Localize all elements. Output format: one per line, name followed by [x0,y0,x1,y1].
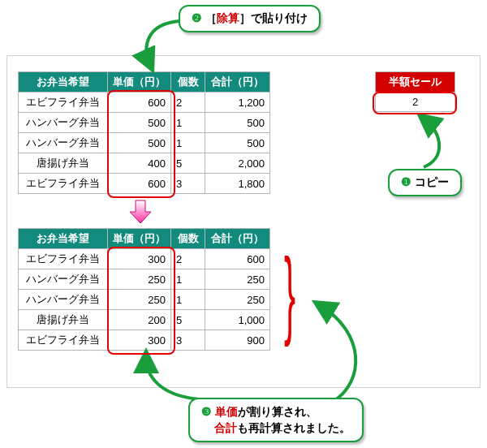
table-row: エビフライ弁当60021,200 [19,93,270,113]
callout-paste-divide: ❷ ［除算］で貼り付け [179,5,321,32]
callout-copy: ❶ コピー [388,169,462,196]
th-qty: 個数 [171,72,205,93]
sale-value[interactable]: 2 [376,93,455,112]
pink-down-arrow-icon [128,199,153,228]
table-after: お弁当希望 単価（円） 個数 合計（円） エビフライ弁当3002600 ハンバー… [18,228,270,351]
th-name: お弁当希望 [19,229,108,249]
table-row: エビフライ弁当3002600 [19,249,270,269]
callout-num: ❸ [201,405,212,418]
table-row: ハンバーグ弁当5001500 [19,133,270,153]
callout-num: ❷ [192,11,202,24]
callout-divide-word: 除算 [217,11,239,24]
th-total: 合計（円） [205,72,270,93]
callout-result: ❸ 単価が割り算され、 合計も再計算されました。 [188,398,364,442]
sale-header: 半額セール [376,72,455,93]
table-row: エビフライ弁当3003900 [19,330,270,351]
table-row: ハンバーグ弁当5001500 [19,113,270,133]
th-price: 単価（円） [108,229,171,249]
sale-box: 半額セール 2 [375,71,455,112]
th-total: 合計（円） [205,229,270,249]
th-qty: 個数 [171,229,205,249]
table-before: お弁当希望 単価（円） 個数 合計（円） エビフライ弁当60021,200 ハン… [18,71,270,194]
th-name: お弁当希望 [19,72,108,93]
table-row: エビフライ弁当60031,800 [19,174,270,194]
table-row: 唐揚げ弁当40052,000 [19,153,270,174]
table-row: ハンバーグ弁当2501250 [19,290,270,310]
table-row: ハンバーグ弁当2501250 [19,269,270,290]
th-price: 単価（円） [108,72,171,93]
callout-num: ❶ [401,175,412,188]
table-row: 唐揚げ弁当20051,000 [19,310,270,330]
